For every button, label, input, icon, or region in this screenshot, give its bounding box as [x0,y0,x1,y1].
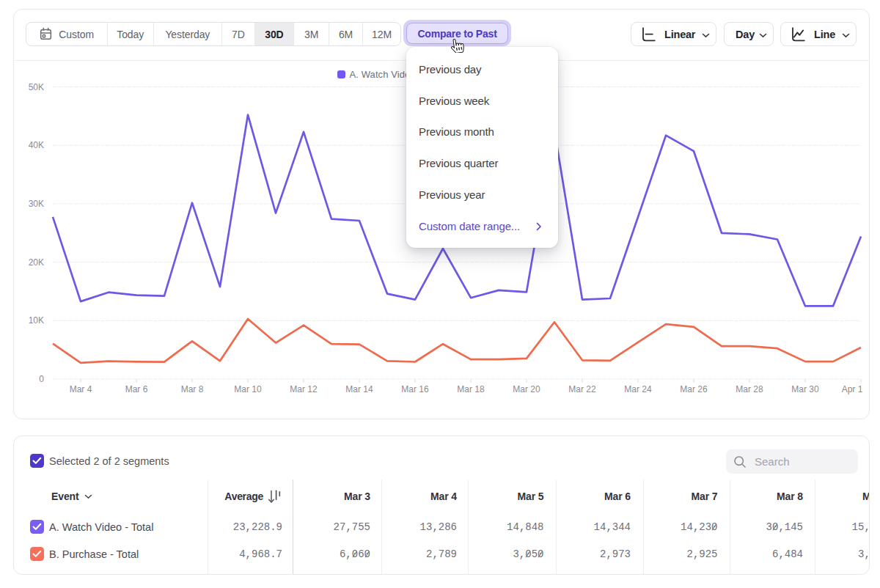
svg-text:Mar 20: Mar 20 [513,384,540,394]
svg-text:Mar 24: Mar 24 [624,384,652,394]
svg-text:Mar 6: Mar 6 [125,384,148,394]
svg-text:50K: 50K [29,82,44,92]
svg-text:Mar 18: Mar 18 [457,384,485,394]
svg-text:30K: 30K [29,199,44,209]
svg-text:Mar 30: Mar 30 [791,384,819,394]
svg-text:Mar 26: Mar 26 [680,384,708,394]
svg-text:20K: 20K [29,257,44,268]
svg-text:10K: 10K [29,315,44,326]
svg-text:0: 0 [39,374,44,384]
svg-text:40K: 40K [29,140,44,150]
svg-text:Mar 10: Mar 10 [234,384,262,394]
svg-text:Mar 4: Mar 4 [70,384,92,394]
svg-text:Mar 8: Mar 8 [181,384,204,394]
svg-text:Apr 1: Apr 1 [842,384,863,394]
svg-text:Mar 16: Mar 16 [401,384,429,394]
svg-text:Mar 28: Mar 28 [736,384,763,394]
svg-text:Mar 22: Mar 22 [568,384,596,394]
svg-text:Mar 14: Mar 14 [345,384,373,394]
svg-text:Mar 12: Mar 12 [290,384,318,394]
